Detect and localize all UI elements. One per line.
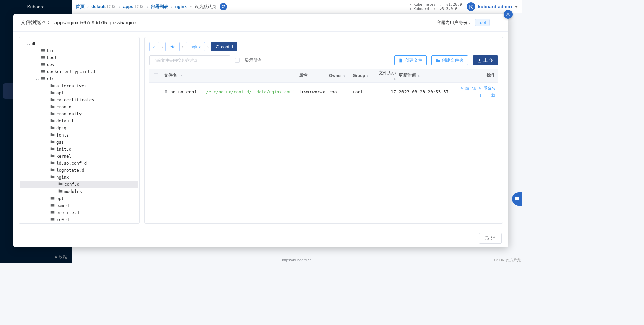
status-url: https://kuboard.cn (72, 257, 522, 263)
chevron-down-icon (515, 5, 518, 8)
container-user-label: 容器内用户身份： (437, 20, 472, 26)
breadcrumb-deploy[interactable]: 部署列表 (151, 4, 168, 10)
file-attr: lrwxrwxrwx. (299, 89, 329, 94)
tree-node-conf.d[interactable]: conf.d (20, 181, 138, 188)
file-plus-icon (399, 58, 403, 63)
refresh-icon (215, 45, 219, 49)
tree-node-pam.d[interactable]: pam.d (20, 202, 138, 209)
file-browser-modal: 文件浏览器： apps/nginx-567d9dd7f5-qbzw5/nginx… (13, 14, 508, 247)
tree-node-ca-certificates[interactable]: ca-certificates (20, 96, 138, 103)
show-all-label: 显示所有 (245, 57, 262, 63)
rename-link[interactable]: ✎ 重命名 (479, 86, 495, 91)
select-all-checkbox[interactable] (154, 73, 158, 78)
close-button[interactable] (504, 10, 513, 19)
tree-node-apt[interactable]: apt (20, 89, 138, 96)
upload-button[interactable]: 上 传 (473, 55, 498, 65)
tree-node-etc[interactable]: ..etc (20, 75, 138, 82)
table-header: 文件名▲▼ 属性 Owner▲▼ Group▲▼ 文件大小▲▼ 更新时间▲▼ 操… (149, 69, 498, 83)
file-size: 17 (375, 89, 399, 94)
close-icon (506, 12, 510, 16)
modal-header: 文件浏览器： apps/nginx-567d9dd7f5-qbzw5/nginx… (13, 14, 508, 32)
file-table: 文件名▲▼ 属性 Owner▲▼ Group▲▼ 文件大小▲▼ 更新时间▲▼ 操… (149, 69, 498, 219)
tree-node-default[interactable]: default (20, 117, 138, 124)
container-user-badge[interactable]: root (475, 19, 490, 26)
tree-node-fonts[interactable]: fonts (20, 131, 138, 139)
breadcrumb-ns[interactable]: default (91, 4, 106, 9)
file-name[interactable]: nginx.conf (170, 89, 197, 94)
new-folder-button[interactable]: 创建文件夹 (431, 55, 468, 65)
crumb-etc[interactable]: etc (165, 42, 180, 51)
col-owner[interactable]: Owner▲▼ (329, 73, 353, 78)
crumb-nginx[interactable]: nginx (186, 42, 205, 51)
col-name[interactable]: 文件名▲▼ (163, 73, 299, 78)
row-checkbox[interactable] (154, 90, 158, 94)
tree-node-docker-entrypoint.d[interactable]: docker-entrypoint.d (20, 68, 138, 75)
col-attr: 属性 (299, 73, 329, 78)
tree-node-rc0.d[interactable]: rc0.d (20, 216, 138, 223)
tree-node-opt[interactable]: opt (20, 195, 138, 202)
tree-node-dpkg[interactable]: dpkg (20, 124, 138, 131)
arrow-icon: → (200, 89, 203, 94)
crumb-home[interactable]: ⌂ (149, 42, 159, 51)
sidebar-collapse[interactable]: « 收起 (0, 250, 72, 263)
symlink-target: /etc/nginx/conf.d/..data/nginx.conf (206, 89, 294, 94)
breadcrumb-home[interactable]: 首页 (76, 4, 85, 10)
app-logo[interactable]: Kuboard (0, 0, 72, 13)
upload-icon (477, 58, 482, 63)
folder-tree[interactable]: ..binbootdevdocker-entrypoint.d..etcalte… (19, 37, 140, 224)
modal-path: apps/nginx-567d9dd7f5-qbzw5/nginx (54, 20, 137, 25)
refresh-icon[interactable] (220, 3, 227, 10)
tree-node-ld.so.conf.d[interactable]: ld.so.conf.d (20, 160, 138, 167)
tree-node-init.d[interactable]: init.d (20, 146, 138, 153)
tree-node-nginx[interactable]: ..nginx (20, 174, 138, 181)
tree-node-cron.d[interactable]: cron.d (20, 103, 138, 110)
table-row: 🗎 nginx.conf → /etc/nginx/conf.d/..data/… (149, 83, 498, 101)
col-group[interactable]: Group▲▼ (353, 73, 375, 78)
crumb-confd[interactable]: conf.d (211, 42, 237, 51)
chat-icon (514, 196, 520, 202)
download-link[interactable]: ⭳ 下 载 (479, 93, 495, 98)
watermark: CSDN @方片龙 (494, 258, 521, 263)
home-icon: ⌂ (190, 4, 192, 9)
file-icon: 🗎 (164, 89, 168, 94)
user-name: kuboard-admin (478, 4, 512, 9)
home-icon: ⌂ (153, 44, 156, 49)
tree-node-cron.daily[interactable]: cron.daily (20, 110, 138, 117)
topbar: 首页 › default [切换] › apps [切换] › 部署列表 › n… (72, 0, 522, 13)
tree-node-boot[interactable]: boot (20, 54, 138, 61)
breadcrumb-ns-switch[interactable]: [切换] (107, 4, 116, 9)
file-owner: root (329, 89, 353, 94)
col-mtime[interactable]: 更新时间▲▼ (399, 73, 449, 78)
col-size[interactable]: 文件大小▲▼ (375, 70, 399, 81)
tree-node-kernel[interactable]: kernel (20, 153, 138, 160)
tree-node-modules[interactable]: modules (20, 188, 138, 195)
breadcrumb-apps[interactable]: apps (123, 4, 133, 9)
tree-node-root[interactable]: .. (20, 40, 138, 47)
breadcrumb-nginx[interactable]: nginx (175, 4, 187, 9)
tree-node-logrotate.d[interactable]: logrotate.d (20, 167, 138, 174)
show-all-checkbox[interactable] (235, 58, 240, 63)
set-default-page[interactable]: 设为默认页 (195, 4, 216, 10)
breadcrumb-apps-switch[interactable]: [切换] (135, 4, 144, 9)
modal-footer: 取 消 (13, 229, 508, 247)
cancel-button[interactable]: 取 消 (479, 233, 502, 244)
col-ops: 操作 (449, 73, 498, 78)
cluster-versions: Kubernetes : v1.20.9 Kuboard : v3.3.0.0 (410, 2, 462, 11)
new-file-button[interactable]: 创建文件 (394, 55, 427, 65)
filter-input[interactable] (149, 55, 230, 65)
file-pane: ⌂ › etc › nginx › conf.d 显示所有 创建文件 创建文件夹… (144, 37, 503, 224)
modal-title: 文件浏览器： (21, 19, 51, 26)
edit-link[interactable]: ✎ 编 辑 (461, 86, 476, 91)
folder-plus-icon (436, 58, 440, 63)
user-menu[interactable]: K kuboard-admin (467, 2, 518, 11)
file-group: root (353, 89, 375, 94)
tree-node-profile.d[interactable]: profile.d (20, 209, 138, 216)
tree-node-bin[interactable]: bin (20, 47, 138, 54)
tree-node-alternatives[interactable]: alternatives (20, 82, 138, 89)
path-crumbs: ⌂ › etc › nginx › conf.d (149, 42, 498, 51)
tree-node-dev[interactable]: dev (20, 61, 138, 68)
avatar: K (467, 2, 475, 11)
tree-node-gss[interactable]: gss (20, 139, 138, 146)
file-mtime: 2023-03-23 20:53:57 (399, 89, 449, 94)
